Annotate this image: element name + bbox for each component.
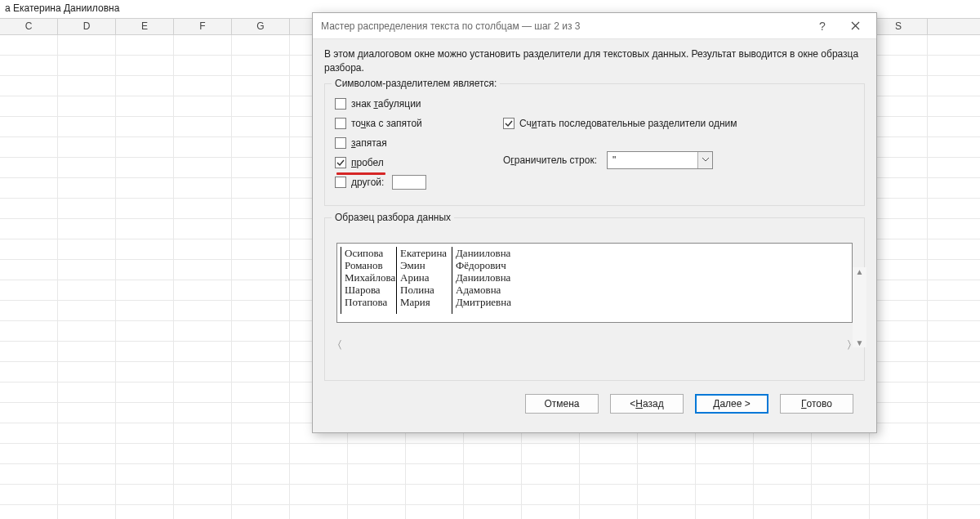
cell[interactable] (638, 485, 696, 504)
cell[interactable] (0, 321, 58, 341)
cell[interactable] (232, 485, 290, 504)
cell[interactable] (116, 56, 174, 75)
cell[interactable] (870, 505, 928, 519)
back-button[interactable]: < Назад (610, 394, 684, 414)
cell[interactable] (174, 301, 232, 320)
cell[interactable] (116, 35, 174, 55)
cell[interactable] (870, 485, 928, 504)
cell[interactable] (116, 342, 174, 361)
cell[interactable] (696, 464, 754, 484)
cell[interactable] (58, 301, 116, 320)
cell[interactable] (232, 56, 290, 75)
cell[interactable] (870, 383, 928, 402)
cell[interactable] (928, 137, 980, 157)
cell[interactable] (58, 423, 116, 443)
cell[interactable] (58, 76, 116, 96)
cell[interactable] (0, 383, 58, 402)
cell[interactable] (870, 444, 928, 463)
cell[interactable] (870, 464, 928, 484)
cell[interactable] (58, 158, 116, 177)
cell[interactable] (928, 403, 980, 423)
cell[interactable] (0, 178, 58, 198)
cell[interactable] (232, 321, 290, 341)
checkbox-space[interactable] (335, 157, 346, 168)
cell[interactable] (0, 464, 58, 484)
cell[interactable] (928, 219, 980, 239)
cell[interactable] (58, 485, 116, 504)
cell[interactable] (928, 178, 980, 198)
cell[interactable] (522, 505, 580, 519)
cell[interactable] (116, 444, 174, 463)
cell[interactable] (232, 505, 290, 519)
cell[interactable] (0, 219, 58, 239)
cell[interactable] (696, 505, 754, 519)
cell[interactable] (696, 485, 754, 504)
cell[interactable] (58, 35, 116, 55)
cell[interactable] (754, 444, 812, 463)
column-header[interactable]: D (58, 19, 116, 34)
cell[interactable] (928, 96, 980, 116)
cell[interactable] (0, 35, 58, 55)
cell[interactable] (870, 117, 928, 136)
delimiter-other-row[interactable]: другой: (335, 172, 487, 192)
cell[interactable] (232, 178, 290, 198)
cell[interactable] (232, 199, 290, 218)
cell[interactable] (0, 505, 58, 519)
cell[interactable] (174, 403, 232, 423)
close-button[interactable] (839, 15, 871, 38)
cell[interactable] (290, 464, 348, 484)
preview-horizontal-scrollbar[interactable]: 〈 〉 (336, 338, 853, 351)
cell[interactable] (0, 137, 58, 157)
cell[interactable] (232, 423, 290, 443)
cell[interactable] (928, 505, 980, 519)
cell[interactable] (870, 362, 928, 382)
cell[interactable] (116, 301, 174, 320)
cell[interactable] (0, 301, 58, 320)
scroll-up-icon[interactable]: ▲ (856, 267, 864, 276)
cell[interactable] (0, 362, 58, 382)
cell[interactable] (174, 239, 232, 259)
cell[interactable] (406, 485, 464, 504)
cell[interactable] (58, 342, 116, 361)
column-header[interactable]: G (232, 19, 290, 34)
checkbox-tab[interactable] (335, 98, 346, 110)
cell[interactable] (870, 239, 928, 259)
cell[interactable] (58, 362, 116, 382)
cell[interactable] (870, 219, 928, 239)
cell[interactable] (116, 383, 174, 402)
cell[interactable] (870, 199, 928, 218)
cell[interactable] (0, 485, 58, 504)
cell[interactable] (522, 444, 580, 463)
cell[interactable] (812, 464, 870, 484)
column-header[interactable]: F (174, 19, 232, 34)
text-qualifier-combo[interactable]: " (607, 151, 713, 169)
cell[interactable] (116, 199, 174, 218)
cell[interactable] (870, 342, 928, 361)
cell[interactable] (58, 321, 116, 341)
cell[interactable] (406, 444, 464, 463)
cell[interactable] (522, 464, 580, 484)
cell[interactable] (0, 239, 58, 259)
cell[interactable] (0, 403, 58, 423)
cell[interactable] (174, 117, 232, 136)
cell[interactable] (290, 505, 348, 519)
cell[interactable] (58, 96, 116, 116)
cell[interactable] (870, 423, 928, 443)
cell[interactable] (928, 444, 980, 463)
cell[interactable] (116, 505, 174, 519)
cell[interactable] (232, 219, 290, 239)
cell[interactable] (116, 178, 174, 198)
column-header[interactable]: S (870, 19, 928, 34)
cell[interactable] (754, 464, 812, 484)
cell[interactable] (232, 137, 290, 157)
cell[interactable] (580, 464, 638, 484)
cell[interactable] (870, 403, 928, 423)
cell[interactable] (870, 260, 928, 280)
cell[interactable] (928, 485, 980, 504)
cell[interactable] (580, 444, 638, 463)
cell[interactable] (174, 464, 232, 484)
scroll-down-icon[interactable]: ▼ (856, 338, 864, 347)
checkbox-semicolon[interactable] (335, 118, 346, 129)
consecutive-delimiters-row[interactable]: Считать последовательные разделители одн… (503, 114, 853, 133)
cell[interactable] (116, 362, 174, 382)
